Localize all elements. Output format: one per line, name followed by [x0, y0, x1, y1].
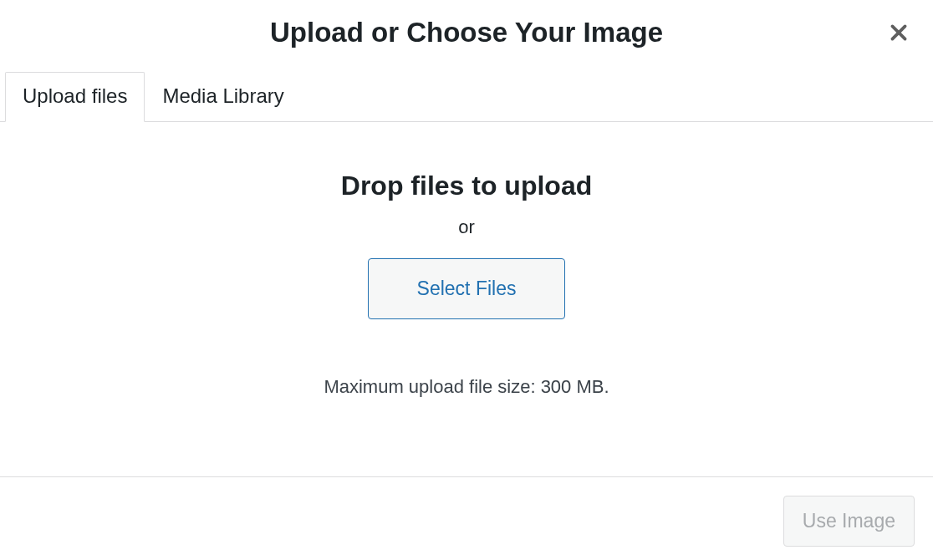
modal-header: Upload or Choose Your Image — [0, 0, 933, 72]
tab-upload-files[interactable]: Upload files — [5, 72, 145, 122]
or-text: or — [458, 216, 475, 238]
upload-area: Drop files to upload or Select Files Max… — [0, 122, 933, 398]
tabs: Upload files Media Library — [0, 72, 933, 122]
modal-footer: Use Image — [0, 476, 933, 560]
tab-media-library[interactable]: Media Library — [145, 72, 301, 122]
close-button[interactable] — [888, 22, 910, 43]
use-image-button[interactable]: Use Image — [783, 496, 915, 547]
drop-files-heading: Drop files to upload — [341, 171, 592, 201]
select-files-button[interactable]: Select Files — [368, 258, 566, 319]
modal-title: Upload or Choose Your Image — [270, 17, 663, 48]
max-upload-size-text: Maximum upload file size: 300 MB. — [324, 376, 609, 398]
close-icon — [888, 22, 910, 43]
